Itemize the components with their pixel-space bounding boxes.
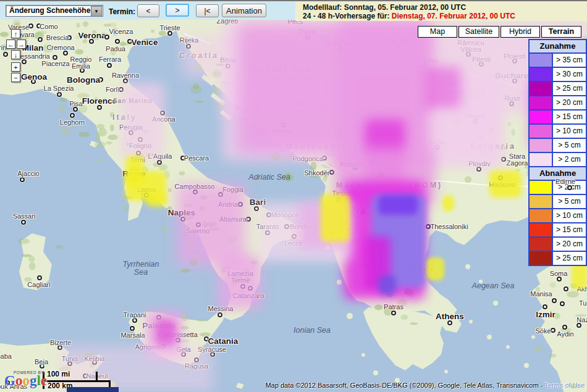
- legend-row: > 25 cm: [530, 252, 586, 265]
- google-logo[interactable]: Google: [4, 373, 47, 389]
- legend-increase-title: Zunahme: [530, 40, 586, 54]
- legend-increase-rows: > 35 cm> 30 cm> 25 cm> 20 cm> 15 cm> 10 …: [530, 54, 586, 166]
- legend-row-label: > 10 cm: [553, 125, 586, 138]
- legend-row-label: > 30 cm: [553, 68, 586, 81]
- legend-row-label: > 2 cm: [553, 153, 586, 166]
- legend-row: > 10 cm: [530, 125, 586, 139]
- legend-color-swatch: [530, 96, 553, 109]
- chevron-down-icon[interactable]: ▼: [91, 6, 102, 17]
- google-logo-letter: o: [22, 373, 30, 388]
- legend-row-label: > 10 cm: [553, 209, 586, 222]
- google-logo-letter: o: [15, 373, 23, 388]
- scale-bar-mi-tick: [96, 372, 98, 382]
- attribution-text: Map data ©2012 Basarsoft, GeoBasis-DE/BK…: [265, 382, 544, 389]
- legend-panel: Zunahme > 35 cm> 30 cm> 25 cm> 20 cm> 15…: [528, 39, 587, 266]
- legend-row-label: > 15 cm: [553, 111, 586, 123]
- legend-color-swatch: [530, 252, 553, 265]
- legend-row-label: > 15 cm: [553, 223, 586, 236]
- legend-row: > 30 cm: [530, 68, 586, 82]
- layer-select-value: Änderung Schneehöhe: [9, 6, 90, 15]
- legend-color-swatch: [530, 54, 553, 67]
- next-step-button[interactable]: >: [166, 4, 189, 17]
- map-attribution: Map data ©2012 Basarsoft, GeoBasis-DE/BK…: [265, 382, 585, 389]
- google-logo-letter: g: [30, 373, 37, 388]
- legend-color-swatch: [530, 181, 553, 194]
- map-canvas[interactable]: VareseComoNovaraBresciaVeronaVicenzaVeni…: [0, 20, 587, 392]
- legend-row-label: > 25 cm: [553, 252, 586, 265]
- map-controls-layer: ↑←→↓+− MapSatelliteHybridTerrain Zunahme…: [0, 20, 587, 392]
- google-logo-letter: G: [4, 373, 15, 388]
- legend-color-swatch: [530, 139, 553, 152]
- legend-row: > 10 cm: [530, 209, 586, 223]
- layer-select[interactable]: Änderung Schneehöhe ▼: [6, 5, 103, 17]
- pan-down-button[interactable]: ↓: [11, 50, 20, 59]
- legend-row: > 25 cm: [530, 82, 586, 96]
- legend-decrease-rows: > 2 cm> 5 cm> 10 cm> 15 cm> 20 cm> 25 cm: [530, 181, 586, 265]
- legend-row-label: > 20 cm: [553, 238, 586, 251]
- forecast-prefix: 24 - 48 h-Vorhersage für:: [303, 12, 392, 20]
- legend-color-swatch: [530, 153, 553, 166]
- legend-row: > 20 cm: [530, 238, 586, 252]
- zoom-out-button[interactable]: −: [11, 73, 20, 82]
- first-step-button[interactable]: |<: [196, 4, 219, 17]
- legend-color-swatch: [530, 223, 553, 236]
- scale-mi-label: 100 mi: [47, 370, 70, 378]
- legend-color-swatch: [530, 82, 553, 95]
- legend-color-swatch: [530, 68, 553, 81]
- google-logo-letter: e: [41, 373, 47, 388]
- prev-step-button[interactable]: <: [137, 4, 159, 17]
- legend-color-swatch: [530, 209, 553, 222]
- map-inner: VareseComoNovaraBresciaVeronaVicenzaVeni…: [0, 20, 587, 392]
- pan-left-button[interactable]: ←: [6, 40, 15, 49]
- legend-row-label: > 35 cm: [553, 54, 586, 67]
- legend-row: > 35 cm: [530, 54, 586, 68]
- toolbar: Änderung Schneehöhe ▼ Termin: < > |< Ani…: [0, 0, 587, 20]
- legend-row: > 2 cm: [530, 181, 586, 195]
- legend-row-label: > 5 cm: [553, 139, 586, 152]
- legend-row: > 5 cm: [530, 139, 586, 153]
- zoom-in-button[interactable]: +: [11, 62, 20, 72]
- forecast-valid-time: Dienstag, 07. Februar 2012, 00 UTC: [392, 12, 515, 20]
- legend-row: > 20 cm: [530, 96, 586, 111]
- map-type-terrain-button[interactable]: Terrain: [541, 26, 581, 38]
- legend-decrease-title: Abnahme: [530, 166, 586, 181]
- pan-up-button[interactable]: ↑: [11, 29, 20, 38]
- terms-of-use-link[interactable]: Terms of Use: [544, 382, 585, 389]
- forecast-text: 24 - 48 h-Vorhersage für: Dienstag, 07. …: [303, 12, 515, 20]
- legend-row-label: > 2 cm: [553, 181, 586, 194]
- termin-label: Termin:: [109, 7, 135, 16]
- pan-right-button[interactable]: →: [17, 40, 26, 49]
- legend-color-swatch: [530, 238, 553, 251]
- bottom-blue-bar: [67, 387, 119, 392]
- legend-row: > 15 cm: [530, 223, 586, 238]
- legend-color-swatch: [530, 195, 553, 208]
- legend-row: > 5 cm: [530, 195, 586, 209]
- legend-row-label: > 25 cm: [553, 82, 586, 95]
- legend-row-label: > 5 cm: [553, 195, 586, 208]
- legend-color-swatch: [530, 111, 553, 123]
- model-run-text: Modelllauf: Sonntag, 05. Februar 2012, 0…: [303, 3, 466, 12]
- legend-color-swatch: [530, 125, 553, 138]
- animation-button[interactable]: Animation: [222, 4, 266, 17]
- legend-row: > 2 cm: [530, 153, 586, 166]
- map-type-satellite-button[interactable]: Satellite: [458, 26, 499, 38]
- legend-row: > 15 cm: [530, 111, 586, 125]
- legend-row-label: > 20 cm: [553, 96, 586, 109]
- map-type-hybrid-button[interactable]: Hybrid: [500, 26, 540, 38]
- map-type-map-button[interactable]: Map: [418, 26, 457, 38]
